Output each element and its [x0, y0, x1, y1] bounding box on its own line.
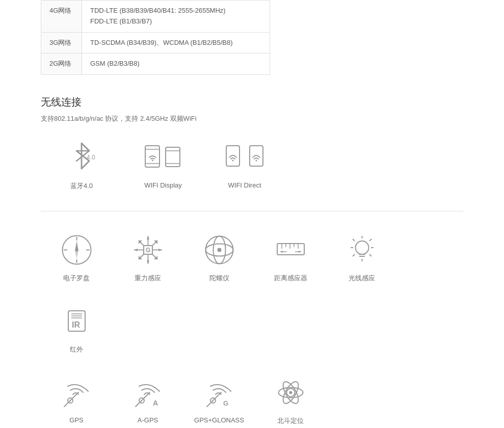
- svg-point-47: [217, 248, 221, 252]
- light-sensor-item: 光线感应: [326, 232, 397, 283]
- network-label: 3G网络: [41, 32, 82, 54]
- network-value: TDD-LTE (B38/B39/B40/B41: 2555-2655MHz) …: [82, 1, 270, 33]
- network-label: 2G网络: [41, 54, 82, 75]
- gyroscope-label: 陀螺仪: [209, 274, 229, 283]
- wireless-desc: 支持802.11a/b/g/n/ac 协议，支持 2.4/5GHz 双频WiFi: [41, 114, 463, 123]
- glonass-label: GPS+GLONASS: [194, 416, 244, 424]
- svg-point-58: [355, 241, 368, 254]
- svg-marker-31: [147, 260, 149, 264]
- svg-rect-16: [250, 146, 263, 166]
- svg-marker-24: [75, 250, 78, 259]
- ir-icon: IR: [59, 303, 94, 339]
- bds-item: 北斗定位: [255, 374, 326, 425]
- proximity-item: 距离感应器: [255, 232, 326, 283]
- proximity-icon: [273, 232, 308, 268]
- svg-line-3: [82, 161, 89, 169]
- ir-item: IR 红外: [41, 303, 112, 354]
- sensors-row2: GPS A A-GPS: [41, 374, 463, 428]
- gravity-item: G: [112, 232, 183, 283]
- svg-line-65: [353, 239, 355, 241]
- svg-marker-29: [147, 236, 149, 239]
- svg-rect-48: [277, 244, 304, 255]
- gyroscope-item: 陀螺仪: [183, 232, 255, 283]
- svg-point-9: [152, 159, 153, 161]
- sensors-row1: 电子罗盘 G: [41, 232, 463, 374]
- svg-marker-57: [299, 251, 301, 253]
- wireless-title: 无线连接: [41, 95, 463, 109]
- svg-rect-14: [226, 146, 240, 166]
- svg-marker-33: [134, 249, 138, 251]
- wifi-display-icon: [143, 136, 183, 176]
- svg-text:IR: IR: [72, 320, 80, 329]
- light-sensor-icon: [344, 232, 380, 268]
- svg-point-25: [75, 248, 78, 251]
- svg-text:4.0: 4.0: [87, 154, 95, 161]
- bluetooth-label: 蓝牙4.0: [70, 181, 93, 191]
- gps-item: GPS: [41, 374, 112, 425]
- compass-item: 电子罗盘: [41, 232, 112, 283]
- svg-marker-55: [280, 251, 283, 253]
- network-label: 4G网络: [41, 1, 82, 33]
- network-table: 4G网络TDD-LTE (B38/B39/B40/B41: 2555-2655M…: [41, 0, 270, 75]
- wifi-direct-label: WIFI Direct: [228, 181, 261, 189]
- gyroscope-icon: [201, 232, 237, 268]
- sensors-section: 电子罗盘 G: [41, 232, 463, 428]
- bluetooth-item: 4.0 蓝牙4.0: [41, 136, 122, 191]
- svg-line-67: [353, 254, 355, 256]
- svg-text:G: G: [146, 247, 150, 254]
- wifi-direct-item: WIFI Direct: [204, 136, 285, 191]
- network-value: GSM (B2/B3/B8): [82, 54, 270, 75]
- wireless-section: 无线连接 支持802.11a/b/g/n/ac 协议，支持 2.4/5GHz 双…: [41, 95, 463, 191]
- agps-item: A A-GPS: [112, 374, 183, 425]
- svg-point-17: [256, 160, 257, 162]
- ir-label: 红外: [70, 345, 83, 354]
- bds-icon: [273, 374, 308, 410]
- bluetooth-icon: 4.0: [61, 136, 102, 176]
- glonass-icon: G: [201, 374, 237, 410]
- agps-icon: A: [130, 374, 166, 410]
- compass-label: 电子罗盘: [63, 274, 90, 283]
- gps-label: GPS: [69, 416, 83, 424]
- svg-point-86: [289, 391, 292, 394]
- svg-marker-35: [158, 249, 162, 251]
- glonass-item: G GPS+GLONASS: [183, 374, 255, 425]
- compass-icon: [59, 232, 94, 268]
- light-sensor-label: 光线感应: [349, 274, 375, 283]
- svg-line-0: [82, 143, 89, 151]
- wifi-display-item: WIFI Display: [122, 136, 204, 191]
- network-value: TD-SCDMA (B34/B39)、WCDMA (B1/B2/B5/B8): [82, 32, 270, 54]
- agps-label: A-GPS: [138, 416, 158, 424]
- svg-text:A: A: [153, 399, 158, 407]
- proximity-label: 距离感应器: [274, 274, 307, 283]
- svg-line-66: [369, 239, 372, 241]
- wifi-direct-icon: [224, 136, 265, 176]
- wireless-icons: 4.0 蓝牙4.0: [41, 136, 463, 191]
- wifi-display-label: WIFI Display: [144, 181, 182, 189]
- svg-line-68: [369, 254, 372, 256]
- svg-text:G: G: [223, 399, 228, 407]
- svg-point-15: [232, 160, 234, 162]
- gps-icon: [59, 374, 94, 410]
- gravity-icon: G: [130, 232, 166, 268]
- bds-label: 北斗定位: [277, 416, 304, 425]
- section-divider: [41, 211, 463, 211]
- gravity-label: 重力感应: [135, 274, 161, 283]
